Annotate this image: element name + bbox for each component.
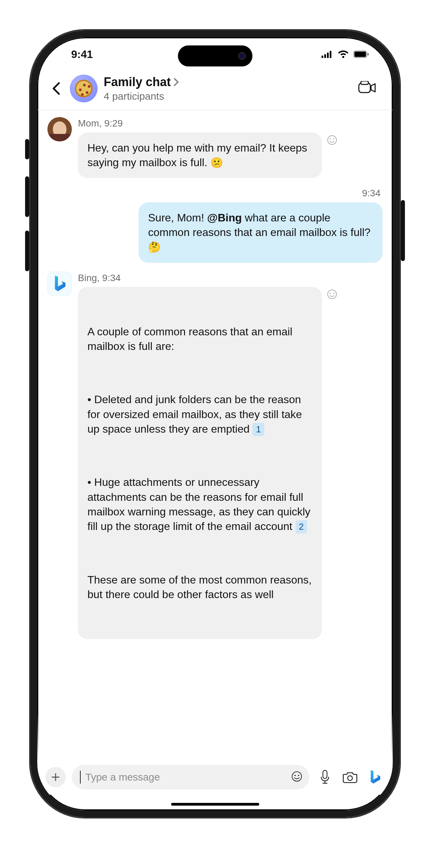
svg-point-10 <box>330 138 331 140</box>
power-button[interactable] <box>401 200 405 261</box>
message-bubble[interactable]: Sure, Mom! @Bing what are a couple commo… <box>139 202 383 263</box>
svg-rect-8 <box>361 81 368 84</box>
text-caret <box>80 771 81 784</box>
video-call-button[interactable] <box>355 78 379 99</box>
message-text-pre: Sure, Mom! <box>148 212 207 224</box>
message-bubble[interactable]: A couple of common reasons that an email… <box>78 287 322 639</box>
emoji-button[interactable] <box>291 771 303 784</box>
svg-point-13 <box>330 293 331 294</box>
message-bing: Bing, 9:34 A couple of common reasons th… <box>47 272 383 639</box>
message-bubble[interactable]: Hey, can you help me with my email? It k… <box>78 133 322 178</box>
svg-point-11 <box>333 138 334 140</box>
wifi-icon <box>338 50 349 58</box>
message-composer: Type a message <box>37 760 393 795</box>
message-mom: Mom, 9:29 Hey, can you help me with my e… <box>47 117 383 178</box>
bing-bullet-1: • Deleted and junk folders can be the re… <box>87 393 305 435</box>
status-time: 9:41 <box>71 48 93 61</box>
citation-2[interactable]: 2 <box>295 520 307 533</box>
svg-point-15 <box>292 772 302 781</box>
bing-button[interactable] <box>366 768 385 787</box>
status-bar: 9:41 <box>37 37 393 71</box>
mic-button[interactable] <box>315 768 334 787</box>
message-input-placeholder: Type a message <box>85 771 286 783</box>
battery-icon <box>353 51 369 58</box>
svg-rect-0 <box>322 56 323 58</box>
svg-rect-18 <box>323 770 327 778</box>
bing-bullet-2: • Huge attachments or unnecessary attach… <box>87 476 313 532</box>
svg-point-14 <box>333 293 334 294</box>
message-meta: 9:34 <box>362 187 381 200</box>
react-button[interactable] <box>327 289 337 303</box>
svg-point-12 <box>328 290 336 299</box>
svg-rect-3 <box>330 51 331 58</box>
bing-icon <box>53 275 66 293</box>
chat-scroll[interactable]: Mom, 9:29 Hey, can you help me with my e… <box>37 110 393 810</box>
message-text: Hey, can you help me with my email? It k… <box>87 142 307 169</box>
pizza-icon <box>75 80 93 97</box>
svg-rect-5 <box>354 52 366 57</box>
message-self: 9:34 Sure, Mom! @Bing what are a couple … <box>47 187 383 262</box>
bing-p4: These are some of the most common reason… <box>87 573 312 602</box>
svg-point-9 <box>328 136 336 144</box>
chat-header: Family chat 4 participants <box>37 71 393 110</box>
thinking-emoji: 🤔 <box>148 241 161 253</box>
message-input[interactable]: Type a message <box>72 765 309 789</box>
message-meta: Bing, 9:34 <box>78 272 383 284</box>
svg-rect-2 <box>327 53 329 58</box>
volume-up-button[interactable] <box>25 176 29 217</box>
chat-title: Family chat <box>104 75 171 89</box>
group-avatar[interactable] <box>70 75 98 102</box>
svg-point-16 <box>294 775 296 776</box>
add-button[interactable] <box>45 767 66 787</box>
back-button[interactable] <box>48 78 64 99</box>
react-button[interactable] <box>327 135 337 149</box>
bing-p1: A couple of common reasons that an email… <box>87 324 312 354</box>
cellular-icon <box>322 51 333 58</box>
message-meta: Mom, 9:29 <box>78 117 383 130</box>
participant-count: 4 participants <box>104 91 349 102</box>
svg-rect-1 <box>324 54 326 58</box>
phone-frame: 9:41 <box>30 31 400 817</box>
mention-bing[interactable]: @Bing <box>207 212 242 224</box>
camera-button[interactable] <box>341 768 360 787</box>
avatar-bing[interactable] <box>47 272 72 296</box>
svg-rect-6 <box>367 53 369 56</box>
screen: 9:41 <box>37 37 393 810</box>
svg-point-17 <box>298 775 299 776</box>
mute-switch[interactable] <box>25 139 29 159</box>
home-indicator[interactable] <box>171 803 259 806</box>
citation-1[interactable]: 1 <box>252 423 264 436</box>
chat-title-button[interactable]: Family chat <box>104 75 349 89</box>
volume-down-button[interactable] <box>25 231 29 271</box>
svg-point-19 <box>348 776 352 781</box>
confused-emoji: 😕 <box>210 157 223 168</box>
avatar-mom[interactable] <box>47 117 72 141</box>
chevron-right-icon <box>173 78 179 86</box>
